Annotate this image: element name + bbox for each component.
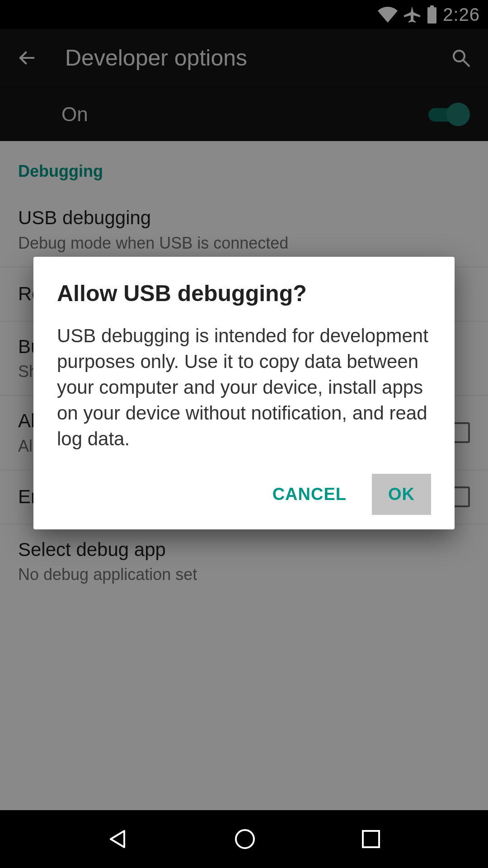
nav-recents-button[interactable] bbox=[360, 828, 382, 850]
dialog-title: Allow USB debugging? bbox=[57, 280, 431, 307]
screen: 2:26 Developer options On Debugging USB … bbox=[0, 0, 488, 868]
nav-back-icon bbox=[106, 827, 130, 851]
navigation-bar bbox=[0, 810, 488, 868]
svg-rect-5 bbox=[363, 831, 379, 847]
dialog-actions: CANCEL OK bbox=[57, 474, 431, 515]
usb-debugging-dialog: Allow USB debugging? USB debugging is in… bbox=[33, 257, 455, 529]
nav-home-button[interactable] bbox=[233, 827, 257, 851]
nav-home-icon bbox=[233, 827, 257, 851]
ok-button[interactable]: OK bbox=[372, 474, 431, 515]
dialog-body: USB debugging is intended for developmen… bbox=[57, 323, 431, 452]
nav-back-button[interactable] bbox=[106, 827, 130, 851]
cancel-button[interactable]: CANCEL bbox=[256, 474, 363, 515]
nav-recents-icon bbox=[360, 828, 382, 850]
svg-point-4 bbox=[236, 830, 254, 848]
